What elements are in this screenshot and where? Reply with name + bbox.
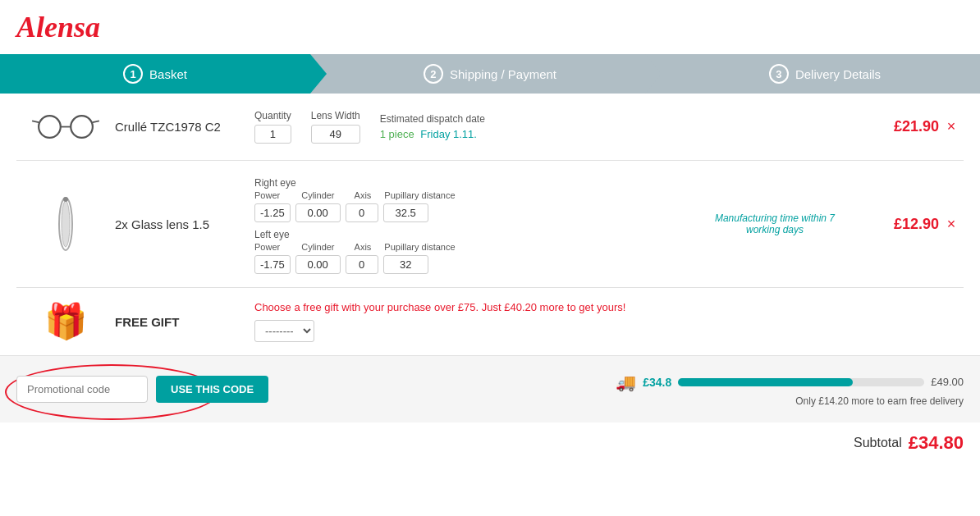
- lens-width-label: Lens Width: [311, 110, 360, 121]
- step-2-number: 2: [424, 64, 443, 84]
- axis-label-l: Axis: [355, 242, 372, 252]
- delivery-current: £34.8: [643, 376, 671, 389]
- step-shipping[interactable]: 2 Shipping / Payment: [310, 54, 645, 94]
- left-eye-section: Left eye Power Cylinder Axis Pupillary d…: [254, 229, 685, 274]
- step-1-number: 1: [123, 64, 143, 84]
- svg-line-4: [93, 121, 99, 122]
- cart-item-1: Crullé TZC1978 C2 Quantity 1 Lens Width …: [16, 94, 964, 161]
- item-1-image: [16, 111, 115, 144]
- left-pupillary[interactable]: 32: [383, 255, 428, 274]
- item-2-price: £12.90: [857, 216, 939, 233]
- left-power[interactable]: -1.75: [254, 255, 291, 274]
- right-power[interactable]: -1.25: [254, 203, 291, 222]
- step-delivery[interactable]: 3 Delivery Details: [645, 54, 980, 94]
- pupillary-label-r: Pupillary distance: [384, 190, 455, 200]
- delivery-progress-bar-container: [678, 378, 924, 386]
- left-cylinder[interactable]: 0.00: [295, 255, 341, 274]
- item-1-dispatch-count: 1 piece: [380, 128, 414, 140]
- left-eye-label: Left eye: [254, 229, 685, 240]
- svg-line-3: [32, 121, 39, 122]
- item-2-image: [16, 191, 115, 257]
- free-gift-row: 🎁 FREE GIFT Choose a free gift with your…: [16, 288, 964, 355]
- delivery-top: 🚚 £34.8 £49.00: [616, 372, 964, 392]
- lens-icon: [49, 191, 82, 257]
- checkout-steps: 1 Basket 2 Shipping / Payment 3 Delivery…: [0, 54, 980, 94]
- power-label-l: Power: [254, 242, 280, 252]
- delivery-progress-bar-fill: [678, 378, 853, 386]
- axis-label-r: Axis: [355, 190, 372, 200]
- right-eye-label: Right eye: [254, 177, 685, 189]
- gift-details: Choose a free gift with your purchase ov…: [246, 301, 964, 342]
- use-code-button[interactable]: USE THIS CODE: [156, 376, 268, 403]
- bottom-bar: USE THIS CODE 🚚 £34.8 £49.00 Only £14.20…: [0, 355, 980, 422]
- step-2-label: Shipping / Payment: [450, 67, 556, 81]
- gift-dropdown[interactable]: --------: [254, 320, 314, 342]
- pupillary-label-l: Pupillary distance: [384, 242, 455, 252]
- item-1-quantity[interactable]: 1: [254, 125, 291, 144]
- step-1-label: Basket: [149, 67, 187, 81]
- main-content: Crullé TZC1978 C2 Quantity 1 Lens Width …: [0, 94, 980, 355]
- right-cylinder[interactable]: 0.00: [295, 203, 341, 222]
- svg-point-6: [62, 201, 70, 247]
- gift-message: Choose a free gift with your purchase ov…: [254, 301, 955, 313]
- subtotal-bar: Subtotal £34.80: [0, 422, 980, 463]
- truck-icon: 🚚: [616, 372, 636, 392]
- delivery-target: £49.00: [931, 376, 964, 388]
- subtotal-amount: £34.80: [909, 432, 964, 454]
- cart-item-2: 2x Glass lens 1.5 Right eye Power Cylind…: [16, 161, 964, 288]
- item-2-remove-button[interactable]: ×: [939, 216, 964, 233]
- manufacturing-note: Manufacturing time within 7 working days: [701, 212, 849, 235]
- gift-label: FREE GIFT: [115, 315, 246, 329]
- glasses-icon: [29, 111, 103, 144]
- svg-point-0: [39, 116, 61, 138]
- item-1-lens-width[interactable]: 49: [311, 125, 360, 144]
- gift-image: 🎁: [16, 304, 115, 339]
- right-axis[interactable]: 0: [346, 203, 378, 222]
- left-axis[interactable]: 0: [346, 255, 378, 274]
- right-eye-section: Right eye Power Cylinder Axis Pupillary …: [254, 177, 685, 222]
- power-label-r: Power: [254, 190, 280, 200]
- item-1-remove-button[interactable]: ×: [939, 118, 964, 135]
- quantity-label: Quantity: [254, 110, 291, 121]
- item-1-price: £21.90: [857, 118, 939, 135]
- gift-icon: 🎁: [44, 304, 87, 339]
- brand-logo: Alensa: [16, 10, 964, 44]
- promo-section: USE THIS CODE: [16, 369, 268, 409]
- step-3-number: 3: [769, 64, 789, 84]
- step-basket[interactable]: 1 Basket: [0, 54, 310, 94]
- item-2-name: 2x Glass lens 1.5: [115, 217, 246, 231]
- promo-code-input[interactable]: [16, 376, 148, 403]
- svg-point-1: [71, 116, 93, 138]
- svg-point-8: [63, 197, 68, 202]
- item-2-details: Right eye Power Cylinder Axis Pupillary …: [246, 174, 693, 274]
- subtotal-label: Subtotal: [854, 436, 902, 450]
- step-3-label: Delivery Details: [795, 67, 881, 81]
- delivery-note: Only £14.20 more to earn free delivery: [795, 395, 964, 407]
- item-1-name: Crullé TZC1978 C2: [115, 120, 246, 134]
- right-pupillary[interactable]: 32.5: [383, 203, 428, 222]
- header: Alensa: [0, 0, 980, 54]
- dispatch-label: Estimated dispatch date: [380, 113, 485, 125]
- item-1-dispatch-date: Friday 1.11.: [420, 128, 477, 140]
- cylinder-label-l: Cylinder: [301, 242, 334, 252]
- item-1-details: Quantity 1 Lens Width 49 Estimated dispa…: [246, 107, 857, 147]
- delivery-progress: 🚚 £34.8 £49.00 Only £14.20 more to earn …: [616, 372, 964, 407]
- cylinder-label-r: Cylinder: [301, 190, 334, 200]
